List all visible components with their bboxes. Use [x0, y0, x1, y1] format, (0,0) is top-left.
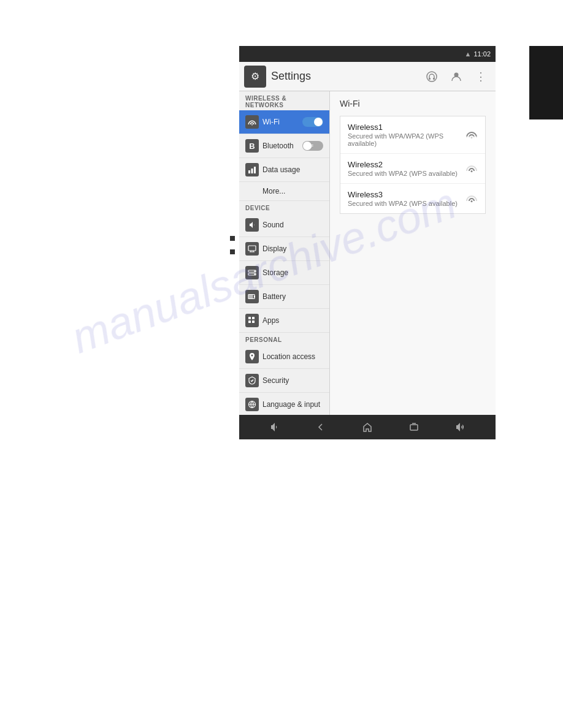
wifi-signal-3: [465, 191, 478, 206]
wifi-info-2: Wireless2 Secured with WPA2 (WPS availab…: [348, 160, 465, 177]
back-button[interactable]: [308, 417, 333, 437]
svg-rect-5: [251, 169, 253, 173]
app-bar-actions: ⋮: [422, 67, 491, 86]
sidebar-item-location-label: Location access: [262, 352, 323, 361]
sidebar-item-data-usage[interactable]: Data usage: [239, 158, 329, 182]
sidebar-item-sound[interactable]: Sound: [239, 213, 329, 237]
content-title: Wi-Fi: [340, 99, 486, 108]
wifi-info-3: Wireless3 Secured with WPA2 (WPS availab…: [348, 190, 465, 207]
svg-rect-15: [252, 317, 255, 319]
svg-point-10: [255, 271, 255, 271]
home-button[interactable]: [355, 417, 380, 437]
sidebar-item-battery-label: Battery: [262, 292, 323, 301]
device-frame: ▲ 11:02 ⚙ Settings ⋮ WIRELESS & NETWORKS: [239, 46, 496, 439]
svg-rect-16: [248, 320, 251, 323]
sidebar-item-storage-label: Storage: [262, 268, 323, 277]
section-header-wireless: WIRELESS & NETWORKS: [239, 91, 329, 110]
section-header-device: DEVICE: [239, 201, 329, 213]
sidebar-item-apps-label: Apps: [262, 316, 323, 325]
right-bar: [529, 46, 563, 119]
sidebar-item-wifi-label: Wi-Fi: [262, 118, 302, 126]
nav-bar: [239, 415, 496, 439]
wifi-signal-1: [465, 127, 478, 142]
display-icon: [245, 242, 259, 256]
sound-icon: [245, 218, 259, 232]
content-area: Wi-Fi Wireless1 Secured with WPA/WPA2 (W…: [330, 91, 496, 415]
wifi-icon: [245, 115, 259, 129]
svg-point-0: [427, 72, 437, 82]
settings-app-icon: ⚙: [244, 66, 266, 88]
sidebar-item-bluetooth[interactable]: B Bluetooth OFF: [239, 134, 329, 158]
sidebar-item-battery[interactable]: Battery: [239, 285, 329, 309]
svg-rect-14: [248, 317, 251, 319]
sidebar-item-security[interactable]: Security: [239, 369, 329, 393]
more-label: More...: [262, 187, 285, 195]
sidebar-item-location[interactable]: Location access: [239, 345, 329, 369]
svg-rect-7: [248, 246, 256, 251]
apps-icon: [245, 314, 259, 327]
sidebar: WIRELESS & NETWORKS Wi-Fi ON B Bluetooth: [239, 91, 330, 415]
more-icon[interactable]: ⋮: [471, 67, 491, 86]
sidebar-item-more[interactable]: More...: [239, 182, 329, 201]
security-icon: [245, 374, 259, 387]
left-bullets: [230, 236, 235, 263]
wifi-status-2: Secured with WPA2 (WPS available): [348, 170, 465, 177]
sidebar-item-apps[interactable]: Apps: [239, 309, 329, 333]
headset-icon[interactable]: [422, 67, 442, 86]
sidebar-item-language-label: Language & input: [262, 400, 323, 409]
wifi-signal-2: [465, 161, 478, 176]
sidebar-item-storage[interactable]: Storage: [239, 261, 329, 285]
volume-up-button[interactable]: [448, 417, 472, 437]
app-bar-title: Settings: [271, 70, 422, 83]
svg-rect-17: [252, 320, 255, 323]
wifi-name-2: Wireless2: [348, 160, 465, 169]
wifi-list: Wireless1 Secured with WPA/WPA2 (WPS ava…: [340, 116, 486, 214]
wifi-status-3: Secured with WPA2 (WPS available): [348, 200, 465, 207]
wifi-item-2[interactable]: Wireless2 Secured with WPA2 (WPS availab…: [340, 154, 485, 184]
wifi-toggle[interactable]: ON: [302, 117, 323, 127]
main-content: WIRELESS & NETWORKS Wi-Fi ON B Bluetooth: [239, 91, 496, 415]
status-bar: ▲ 11:02: [239, 46, 496, 62]
bluetooth-toggle[interactable]: OFF: [302, 141, 323, 151]
svg-rect-2: [433, 78, 435, 80]
svg-rect-13: [249, 295, 253, 298]
sidebar-item-bluetooth-label: Bluetooth: [262, 142, 302, 150]
location-icon: [245, 350, 259, 363]
recent-apps-button[interactable]: [402, 417, 426, 437]
person-icon[interactable]: [446, 67, 466, 86]
svg-rect-1: [429, 78, 431, 80]
battery-icon: ▲: [465, 50, 472, 58]
volume-down-button[interactable]: [262, 417, 287, 437]
sidebar-item-display[interactable]: Display: [239, 237, 329, 261]
sidebar-item-sound-label: Sound: [262, 221, 323, 229]
svg-rect-6: [254, 167, 256, 173]
svg-point-11: [255, 274, 255, 275]
sidebar-item-wifi[interactable]: Wi-Fi ON: [239, 110, 329, 134]
battery-menu-icon: [245, 290, 259, 303]
sidebar-item-language[interactable]: Language & input: [239, 393, 329, 415]
status-icons: ▲ 11:02: [465, 50, 491, 58]
sidebar-item-security-label: Security: [262, 376, 323, 385]
status-time: 11:02: [473, 50, 491, 58]
app-bar: ⚙ Settings ⋮: [239, 62, 496, 91]
sidebar-item-display-label: Display: [262, 245, 323, 253]
section-header-personal: PERSONAL: [239, 333, 329, 345]
data-usage-icon: [245, 163, 259, 176]
storage-icon: [245, 266, 259, 279]
wifi-item-1[interactable]: Wireless1 Secured with WPA/WPA2 (WPS ava…: [340, 116, 485, 154]
sidebar-item-data-usage-label: Data usage: [262, 165, 323, 174]
wifi-status-1: Secured with WPA/WPA2 (WPS available): [348, 132, 465, 147]
bluetooth-icon: B: [245, 139, 259, 153]
svg-rect-4: [248, 170, 250, 173]
svg-rect-20: [410, 425, 418, 430]
wifi-item-3[interactable]: Wireless3 Secured with WPA2 (WPS availab…: [340, 184, 485, 213]
wifi-info-1: Wireless1 Secured with WPA/WPA2 (WPS ava…: [348, 123, 465, 147]
language-icon: [245, 398, 259, 411]
wifi-name-1: Wireless1: [348, 123, 465, 132]
wifi-name-3: Wireless3: [348, 190, 465, 199]
